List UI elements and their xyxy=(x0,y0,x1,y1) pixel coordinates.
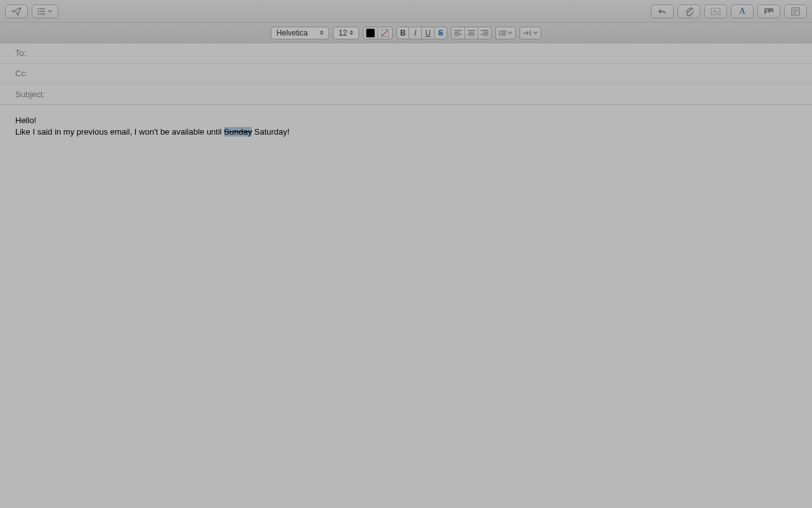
body-line-2: Like I said in my previous email, I won'… xyxy=(15,126,797,138)
svg-point-29 xyxy=(499,34,501,36)
text-color-button[interactable] xyxy=(363,27,378,39)
chevron-updown-icon xyxy=(350,29,356,37)
message-body[interactable]: Hello! Like I said in my previous email,… xyxy=(0,105,812,508)
color-swatch-icon xyxy=(366,29,375,37)
reply-button[interactable] xyxy=(651,4,674,18)
align-right-icon xyxy=(481,30,488,36)
list-icon xyxy=(37,8,46,15)
strikethrough-button[interactable]: S xyxy=(435,27,447,39)
attach-button[interactable] xyxy=(678,4,700,18)
bg-color-button[interactable] xyxy=(378,27,393,39)
cc-label: Cc: xyxy=(15,69,53,78)
message-headers: To: Cc: Subject: xyxy=(0,43,812,105)
to-label: To: xyxy=(15,48,53,58)
stationery-icon xyxy=(791,7,800,16)
bold-button[interactable]: B xyxy=(396,27,409,39)
bullet-list-icon xyxy=(499,30,506,36)
body-line-1: Hello! xyxy=(15,115,797,126)
format-a-icon: A xyxy=(739,6,745,17)
font-size-select[interactable]: 12 xyxy=(333,27,359,39)
stationery-button[interactable] xyxy=(784,4,807,18)
svg-point-3 xyxy=(37,8,39,10)
send-button[interactable] xyxy=(5,4,28,18)
list-style-button[interactable] xyxy=(495,27,516,39)
photo-browser-button[interactable] xyxy=(757,4,780,18)
cc-row: Cc: xyxy=(0,64,812,84)
font-family-select[interactable]: Helvetica xyxy=(271,27,329,39)
markup-button[interactable] xyxy=(704,4,727,18)
svg-point-25 xyxy=(499,30,501,32)
align-right-button[interactable] xyxy=(478,27,492,39)
to-row: To: xyxy=(0,43,812,64)
svg-point-4 xyxy=(37,11,39,12)
subject-label: Subject: xyxy=(15,90,53,99)
svg-point-5 xyxy=(37,13,39,15)
cc-input[interactable] xyxy=(53,69,797,78)
no-fill-icon xyxy=(381,29,390,37)
svg-point-27 xyxy=(499,32,501,34)
font-family-label: Helvetica xyxy=(277,29,308,37)
chevron-updown-icon xyxy=(320,29,326,37)
indent-icon xyxy=(523,30,532,36)
paperclip-icon xyxy=(684,6,693,17)
struck-word: Sunday xyxy=(224,127,252,137)
to-input[interactable] xyxy=(53,48,797,58)
subject-row: Subject: xyxy=(0,84,812,104)
font-size-label: 12 xyxy=(339,29,347,37)
align-left-icon xyxy=(454,30,462,36)
italic-button[interactable]: I xyxy=(409,27,422,39)
align-left-button[interactable] xyxy=(451,27,465,39)
header-options-button[interactable] xyxy=(32,4,58,18)
format-toggle-button[interactable]: A xyxy=(731,4,754,18)
photo-icon xyxy=(764,8,774,15)
paper-plane-icon xyxy=(11,7,22,16)
align-center-button[interactable] xyxy=(465,27,478,39)
subject-input[interactable] xyxy=(53,90,797,99)
underline-button[interactable]: U xyxy=(422,27,435,39)
format-bar: Helvetica 12 B I U S xyxy=(0,23,812,43)
align-center-icon xyxy=(468,30,475,36)
svg-point-8 xyxy=(766,9,768,11)
main-toolbar: A xyxy=(0,0,812,23)
markup-icon xyxy=(710,7,721,16)
reply-icon xyxy=(657,8,667,15)
indent-button[interactable] xyxy=(520,27,541,39)
